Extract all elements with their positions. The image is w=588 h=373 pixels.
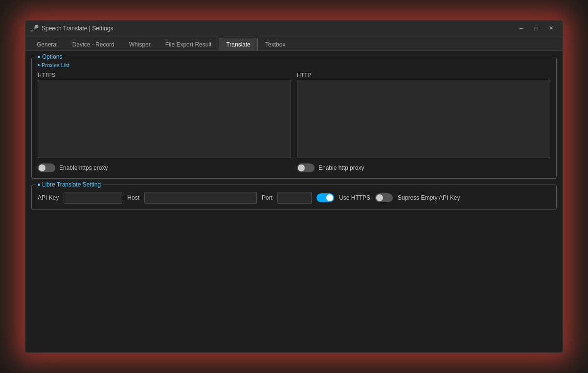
http-column: HTTP Enable http proxy xyxy=(297,72,550,172)
libre-legend-text: Libre Translate Setting xyxy=(42,181,101,188)
libre-legend: Libre Translate Setting xyxy=(36,181,103,188)
options-legend-dot xyxy=(38,56,40,58)
tab-whisper[interactable]: Whisper xyxy=(122,38,158,50)
options-section: Options Proxies List HTTPS xyxy=(31,57,557,179)
tab-general[interactable]: General xyxy=(29,38,65,50)
https-textarea-wrap xyxy=(38,80,291,160)
tab-textbox[interactable]: Textbox xyxy=(258,38,293,50)
https-label: HTTPS xyxy=(38,72,291,78)
https-toggle-slider xyxy=(38,163,55,172)
supress-api-label: Supress Empty API Key xyxy=(398,194,460,201)
enable-https-proxy-label: Enable https proxy xyxy=(59,164,108,171)
https-column: HTTPS Enable https proxy xyxy=(38,72,291,172)
port-input[interactable] xyxy=(277,192,312,204)
libre-translate-section: Libre Translate Setting API Key Host Por… xyxy=(31,185,557,210)
host-input[interactable] xyxy=(144,192,257,204)
options-legend-text: Options xyxy=(42,53,62,60)
tab-file-export-result[interactable]: File Export Result xyxy=(158,38,219,50)
http-textarea-wrap xyxy=(297,80,550,160)
http-toggle-slider xyxy=(297,163,315,172)
options-legend: Options xyxy=(36,53,64,60)
https-textarea[interactable] xyxy=(38,80,291,158)
http-toggle-row: Enable http proxy xyxy=(297,163,550,172)
http-label: HTTP xyxy=(297,72,550,78)
main-window: 🎤 Speech Translate | Settings ─ □ ✕ Gene… xyxy=(25,20,563,353)
api-key-label: API Key xyxy=(38,194,59,201)
tab-translate[interactable]: Translate xyxy=(219,38,258,50)
content-area: Options Proxies List HTTPS xyxy=(25,51,563,352)
https-toggle-row: Enable https proxy xyxy=(38,163,291,172)
window-controls: ─ □ ✕ xyxy=(515,23,558,33)
use-https-label: Use HTTPS xyxy=(339,194,370,201)
libre-settings-row: API Key Host Port Use HTTPS xyxy=(38,190,550,204)
titlebar: 🎤 Speech Translate | Settings ─ □ ✕ xyxy=(25,21,563,36)
port-label: Port xyxy=(262,194,272,201)
close-button[interactable]: ✕ xyxy=(544,23,558,33)
proxies-list-label: Proxies List xyxy=(38,62,550,68)
proxy-columns: HTTPS Enable https proxy xyxy=(38,72,550,172)
supress-api-toggle[interactable] xyxy=(375,193,393,202)
proxies-list-dot xyxy=(38,64,40,66)
use-https-toggle[interactable] xyxy=(317,193,334,202)
tab-device-record[interactable]: Device - Record xyxy=(65,38,122,50)
proxies-list-text: Proxies List xyxy=(42,62,69,68)
minimize-button[interactable]: ─ xyxy=(515,23,528,33)
libre-legend-dot xyxy=(38,184,40,186)
use-https-slider xyxy=(317,193,334,202)
http-textarea[interactable] xyxy=(297,80,550,158)
window-title: Speech Translate | Settings xyxy=(42,25,515,32)
supress-api-slider xyxy=(375,193,393,202)
maximize-button[interactable]: □ xyxy=(529,23,543,33)
enable-http-proxy-label: Enable http proxy xyxy=(318,164,364,171)
api-key-input[interactable] xyxy=(64,192,122,204)
host-label: Host xyxy=(127,194,139,201)
app-icon: 🎤 xyxy=(30,24,39,32)
tab-bar: General Device - Record Whisper File Exp… xyxy=(25,36,563,51)
enable-http-proxy-toggle[interactable] xyxy=(297,163,315,172)
enable-https-proxy-toggle[interactable] xyxy=(38,163,55,172)
